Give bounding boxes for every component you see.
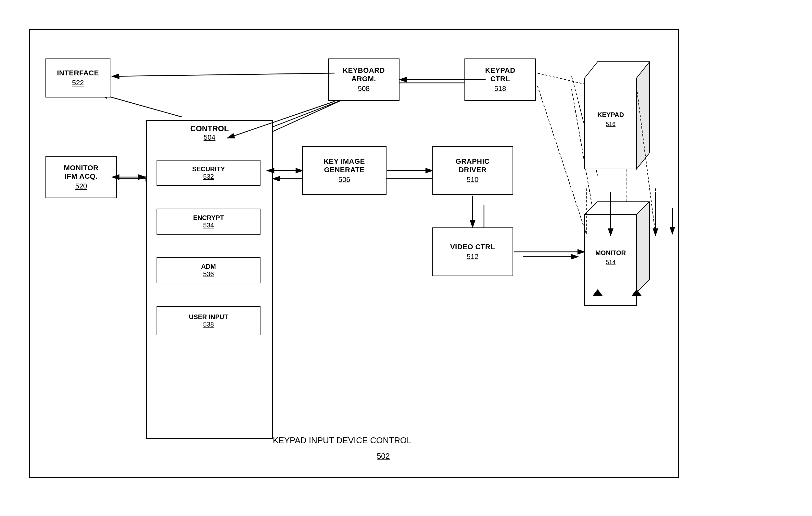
monitor-ifm-box: MONITORIFM ACQ. 520 (46, 156, 117, 198)
svg-text:MONITOR: MONITOR (596, 249, 626, 256)
interface-label: INTERFACE (57, 69, 99, 77)
security-num: 532 (203, 173, 214, 180)
svg-text:516: 516 (606, 121, 615, 127)
keyboard-argm-box: KEYBOARDARGM. 508 (328, 58, 400, 101)
user-input-num: 538 (203, 321, 214, 328)
key-image-generate-label: KEY IMAGEGENERATE (323, 157, 365, 174)
monitor-3d-svg: MONITOR 514 (565, 201, 656, 338)
security-label: SECURITY (192, 165, 225, 173)
interface-num: 522 (72, 79, 84, 87)
graphic-driver-box: GRAPHICDRIVER 510 (432, 146, 513, 195)
interface-box: INTERFACE 522 (46, 58, 110, 97)
video-ctrl-box: VIDEO CTRL 512 (432, 227, 513, 276)
monitor-ifm-label: MONITORIFM ACQ. (64, 164, 99, 181)
control-title: CONTROL (147, 124, 272, 133)
security-box: SECURITY 532 (156, 160, 260, 186)
keypad-ctrl-label: KEYPADCTRL (485, 66, 515, 84)
diagram-title: KEYPAD INPUT DEVICE CONTROL (273, 435, 411, 446)
diagram-num: 502 (377, 452, 390, 461)
user-input-label: USER INPUT (189, 313, 228, 321)
svg-text:514: 514 (606, 259, 615, 265)
monitor-ifm-num: 520 (75, 182, 87, 191)
adm-box: ADM 536 (156, 257, 260, 283)
svg-marker-26 (637, 201, 649, 292)
key-image-generate-num: 506 (339, 175, 350, 184)
graphic-driver-num: 510 (467, 175, 479, 184)
graphic-driver-label: GRAPHICDRIVER (456, 157, 490, 174)
video-ctrl-label: VIDEO CTRL (450, 243, 495, 251)
keypad-ctrl-box: KEYPADCTRL 518 (464, 58, 536, 101)
keyboard-argm-num: 508 (358, 85, 370, 93)
encrypt-box: ENCRYPT 534 (156, 209, 260, 235)
adm-label: ADM (201, 263, 216, 270)
user-input-box: USER INPUT 538 (156, 306, 260, 335)
key-image-generate-box: KEY IMAGEGENERATE 506 (302, 146, 386, 195)
svg-marker-20 (637, 62, 649, 169)
adm-num: 536 (203, 270, 214, 278)
keypad-3d-svg: KEYPAD 516 (565, 52, 656, 189)
control-box: CONTROL 504 SECURITY 532 ENCRYPT 534 ADM… (146, 120, 273, 439)
control-num: 504 (147, 133, 272, 142)
encrypt-num: 534 (203, 222, 214, 229)
encrypt-label: ENCRYPT (193, 214, 224, 222)
diagram-container: INTERFACE 522 MONITORIFM ACQ. 520 CONTRO… (20, 20, 792, 500)
keypad-ctrl-num: 518 (494, 85, 506, 93)
keyboard-argm-label: KEYBOARDARGM. (343, 66, 385, 84)
video-ctrl-num: 512 (467, 253, 479, 261)
svg-text:KEYPAD: KEYPAD (597, 111, 624, 118)
